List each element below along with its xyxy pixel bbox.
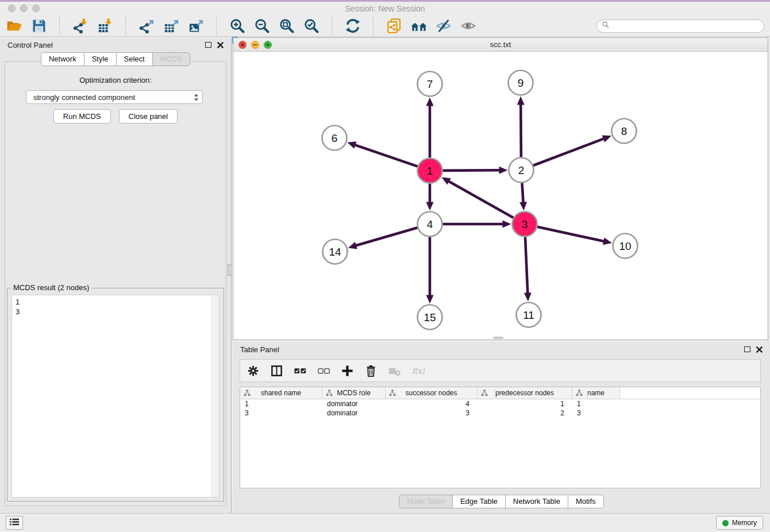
zoom-in-icon[interactable] — [229, 18, 245, 34]
float-table-panel-icon[interactable] — [744, 346, 750, 352]
table-cell[interactable]: 1 — [240, 399, 322, 408]
close-panel-button[interactable]: Close panel — [119, 109, 178, 124]
table-tab-network-table[interactable]: Network Table — [505, 495, 568, 508]
node-2[interactable]: 2 — [509, 158, 534, 183]
node-11[interactable]: 11 — [517, 303, 541, 327]
tab-style[interactable]: Style — [84, 52, 117, 66]
column-header-predecessor-nodes[interactable]: predecessor nodes — [478, 387, 572, 399]
delete-row-icon[interactable] — [364, 364, 378, 378]
export-table-icon[interactable] — [163, 18, 179, 34]
result-scrollbar[interactable] — [211, 295, 219, 497]
node-14[interactable]: 14 — [323, 240, 348, 264]
edge-1-7[interactable] — [426, 98, 434, 158]
import-network-icon[interactable] — [72, 18, 88, 34]
table-row[interactable]: 1dominator411 — [240, 399, 760, 408]
table-tab-motifs[interactable]: Motifs — [568, 495, 604, 508]
table-cell[interactable]: 2 — [478, 408, 572, 418]
column-header-name[interactable]: name — [572, 387, 620, 399]
network-window-titlebar[interactable]: scc.txt — [233, 38, 768, 52]
table-tab-edge-table[interactable]: Edge Table — [452, 495, 506, 508]
close-window-button[interactable] — [8, 5, 16, 12]
node-label: 14 — [329, 246, 341, 258]
table-cell[interactable]: 3 — [386, 408, 478, 418]
edge-4-14[interactable] — [348, 228, 418, 249]
run-mcds-button[interactable]: Run MCDS — [53, 109, 111, 124]
table-tab-node-table[interactable]: Node Table — [399, 495, 453, 508]
node-7[interactable]: 7 — [418, 72, 442, 97]
edge-3-11[interactable] — [524, 237, 532, 301]
table-cell[interactable]: 3 — [240, 408, 322, 418]
search-box[interactable] — [596, 20, 764, 33]
node-3[interactable]: 3 — [513, 212, 537, 237]
hide-eye-icon[interactable] — [435, 18, 452, 34]
edge-2-9[interactable] — [517, 96, 525, 157]
export-network-icon[interactable] — [138, 18, 155, 34]
zoom-window-button[interactable] — [32, 5, 40, 12]
maximize-view-button[interactable] — [264, 41, 272, 49]
edge-1-4[interactable] — [426, 184, 434, 211]
edge-3-10[interactable] — [537, 227, 612, 245]
column-header-successor-nodes[interactable]: successor nodes — [386, 387, 478, 399]
zoom-out-icon[interactable] — [253, 18, 270, 34]
table-cell[interactable]: 3 — [572, 408, 620, 418]
refresh-layout-icon[interactable] — [344, 18, 361, 34]
table-cell[interactable]: dominator — [322, 408, 386, 418]
edge-3-1[interactable] — [441, 178, 513, 218]
save-icon[interactable] — [30, 18, 47, 34]
tab-select[interactable]: Select — [116, 52, 153, 66]
node-9[interactable]: 9 — [509, 71, 533, 95]
table-row[interactable]: 3dominator323 — [240, 408, 760, 418]
task-history-button[interactable] — [6, 516, 23, 530]
table-cell[interactable]: 1 — [478, 399, 572, 408]
node-10[interactable]: 10 — [613, 234, 638, 259]
network-canvas[interactable]: 1234678910111415 — [233, 52, 768, 340]
import-table-icon[interactable] — [97, 18, 113, 34]
column-header-shared-name[interactable]: shared name — [240, 387, 322, 399]
close-panel-icon[interactable] — [217, 42, 224, 48]
minimize-window-button[interactable] — [20, 5, 28, 12]
edge-1-6[interactable] — [347, 141, 417, 166]
zoom-selected-icon[interactable] — [303, 18, 319, 34]
node-4[interactable]: 4 — [418, 212, 442, 237]
window-controls — [8, 5, 40, 12]
edge-2-8[interactable] — [533, 136, 611, 165]
edge-2-3[interactable] — [519, 183, 527, 210]
zoom-fit-icon[interactable] — [278, 18, 295, 34]
node-15[interactable]: 15 — [418, 305, 442, 330]
edge-4-3[interactable] — [443, 221, 511, 228]
canvas-hscroll-handle[interactable] — [493, 337, 503, 339]
table-cell[interactable]: 1 — [572, 399, 620, 408]
node-6[interactable]: 6 — [322, 126, 347, 151]
table-cell[interactable]: 4 — [386, 399, 478, 408]
houses-icon[interactable] — [410, 18, 427, 34]
gear-icon[interactable] — [246, 364, 260, 378]
splitter-grip[interactable] — [228, 264, 232, 276]
copy-network-icon[interactable] — [386, 18, 402, 34]
tab-mcds[interactable]: MCDS — [152, 52, 190, 66]
node-1[interactable]: 1 — [418, 159, 442, 183]
column-header-MCDS-role[interactable]: MCDS role — [322, 387, 386, 399]
mcds-result-textarea[interactable]: 13 — [11, 295, 220, 498]
criterion-dropdown[interactable]: strongly connected component — [26, 90, 203, 104]
toolbar-separator — [125, 16, 126, 36]
show-eye-icon[interactable] — [460, 18, 476, 34]
close-table-panel-icon[interactable] — [756, 346, 763, 353]
edge-4-15[interactable] — [426, 237, 434, 304]
open-folder-icon[interactable] — [6, 18, 22, 34]
search-input[interactable] — [613, 21, 759, 31]
float-panel-icon[interactable] — [205, 42, 211, 48]
close-view-button[interactable] — [238, 41, 247, 49]
minimize-view-button[interactable] — [251, 41, 259, 49]
column-label: name — [587, 389, 605, 397]
deselect-all-icon[interactable] — [317, 364, 331, 378]
node-8[interactable]: 8 — [612, 119, 637, 144]
export-image-icon[interactable] — [187, 18, 204, 34]
tab-network[interactable]: Network — [41, 52, 84, 66]
column-label: shared name — [261, 389, 301, 397]
memory-button[interactable]: Memory — [716, 516, 763, 530]
add-row-icon[interactable] — [340, 364, 355, 378]
table-columns-icon[interactable] — [270, 364, 284, 378]
table-cell[interactable]: dominator — [322, 399, 386, 408]
select-all-icon[interactable] — [293, 364, 307, 378]
edge-1-2[interactable] — [442, 167, 507, 174]
